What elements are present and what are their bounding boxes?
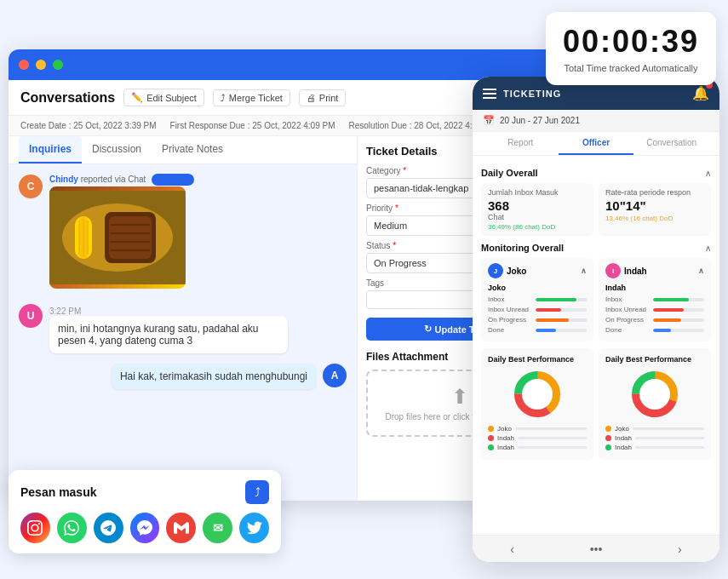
joko-unread-row: Inbox Unread	[488, 306, 587, 313]
window-maximize-dot[interactable]	[53, 60, 63, 70]
message-bar-header: Pesan masuk ⤴	[20, 480, 269, 504]
gmail-icon[interactable]	[166, 513, 196, 543]
mobile-bell-icon[interactable]: 🔔	[692, 85, 709, 101]
officer-header-joko: J Joko ∧	[488, 263, 587, 278]
indah-unread-row: Inbox Unread	[605, 306, 704, 313]
avatar: A	[323, 364, 347, 387]
chat-panel: Inquiries Discussion Private Notes C	[9, 136, 358, 501]
timer-display: 00:00:39	[563, 24, 699, 60]
avatar: C	[19, 175, 43, 198]
chat-messages: C Chindy reported via Chat Inquiries	[9, 164, 357, 501]
imessage-icon[interactable]: ✉	[203, 513, 232, 543]
mobile-bottom-bar: ‹ ••• ›	[473, 535, 719, 562]
joko-progress-row: On Progress	[488, 316, 587, 324]
inbox-sub: 36,49% (86 chat) DoD	[488, 223, 587, 231]
indah-done-row: Done	[605, 326, 704, 334]
inbox-label: Jumlah Inbox Masuk	[488, 188, 587, 197]
social-icons: ✉	[20, 513, 269, 543]
message-row: U 3:22 PM min, ini hotangnya kurang satu…	[19, 304, 347, 353]
message-content: Hai kak, terimakasih sudah menghubungi	[112, 364, 316, 389]
joko-done-row: Done	[488, 326, 587, 334]
sender-name: Chindy reported via Chat Inquiries	[49, 175, 194, 184]
message-content: Chindy reported via Chat Inquiries	[49, 175, 194, 294]
joko-name: Joko	[507, 267, 526, 276]
officer-card-indah: I Indah ∧ Indah Inbox Inbox Unread On	[599, 258, 711, 341]
window-close-dot[interactable]	[19, 60, 29, 70]
mobile-header-left: TICKETING	[483, 89, 561, 99]
hamburger-menu[interactable]	[483, 89, 496, 99]
joko-inbox-row: Inbox	[488, 295, 587, 303]
message-row: C Chindy reported via Chat Inquiries	[19, 175, 347, 294]
nav-left-icon[interactable]: ‹	[510, 542, 514, 556]
edit-subject-button[interactable]: ✏️ Edit Subject	[123, 89, 204, 106]
donut-indah	[605, 369, 704, 420]
monitoring-section: Monitoring Overall ∧ J Joko ∧ Joko Inbox	[481, 243, 711, 341]
tab-conversation[interactable]: Conversation	[633, 132, 709, 155]
message-bar-title: Pesan masuk	[20, 485, 97, 499]
message-bar: Pesan masuk ⤴ ✉	[9, 470, 281, 553]
print-icon: 🖨	[307, 93, 316, 103]
indah-inbox-row: Inbox	[605, 295, 704, 303]
monitoring-title: Monitoring Overall	[481, 243, 564, 253]
joko-label: Joko	[488, 284, 587, 292]
tab-officer[interactable]: Officer	[559, 132, 634, 155]
mobile-app-title: TICKETING	[503, 89, 561, 99]
perf-title-joko: Daily Best Performance	[488, 355, 587, 364]
officer-card-joko: J Joko ∧ Joko Inbox Inbox Unread On Pr	[481, 258, 593, 341]
svg-point-17	[522, 379, 553, 410]
inbox-value: 368	[488, 198, 587, 213]
tab-report[interactable]: Report	[483, 132, 559, 155]
message-bubble: min, ini hotangnya kurang satu, padahal …	[49, 316, 288, 353]
message-content: 3:22 PM min, ini hotangnya kurang satu, …	[49, 304, 288, 353]
message-bar-icon[interactable]: ⤴	[245, 480, 269, 504]
response-value: 10"14"	[605, 198, 704, 213]
officer-header-indah: I Indah ∧	[605, 263, 704, 278]
donut-joko	[488, 369, 587, 420]
refresh-icon: ↻	[424, 324, 432, 335]
instagram-icon[interactable]	[20, 513, 50, 543]
inquiries-badge: Inquiries	[152, 174, 194, 186]
print-button[interactable]: 🖨 Print	[299, 89, 347, 106]
monitoring-toggle[interactable]: ∧	[705, 244, 711, 253]
inbox-unit: Chat	[488, 213, 587, 221]
nav-right-icon[interactable]: ›	[678, 542, 682, 556]
stats-grid: Jumlah Inbox Masuk 368 Chat 36,49% (86 c…	[481, 183, 711, 236]
indah-name: Indah	[624, 267, 647, 276]
tab-discussion[interactable]: Discussion	[82, 136, 152, 163]
date-range: 20 Jun - 27 Jun 2021	[500, 116, 580, 125]
calendar-icon: 📅	[483, 115, 495, 126]
perf-title-indah: Daily Best Performance	[605, 355, 704, 364]
messenger-icon[interactable]	[130, 513, 160, 543]
window-minimize-dot[interactable]	[36, 60, 46, 70]
indah-label: Indah	[605, 284, 704, 292]
merge-ticket-button[interactable]: ⤴ Merge Ticket	[213, 89, 290, 106]
whatsapp-icon[interactable]	[57, 513, 87, 543]
browser-titlebar	[9, 49, 562, 80]
legend-indah: Joko Indah Indah	[605, 425, 704, 451]
tab-private-notes[interactable]: Private Notes	[152, 136, 233, 163]
indah-progress-row: On Progress	[605, 316, 704, 324]
mobile-tabs: Report Officer Conversation	[473, 132, 719, 156]
response-label: Rate-rata periode respon	[605, 188, 704, 197]
first-response: First Response Due : 25 Oct, 2022 4:09 P…	[170, 121, 335, 130]
inbox-stat-card: Jumlah Inbox Masuk 368 Chat 36,49% (86 c…	[481, 183, 593, 236]
joko-avatar: J	[488, 263, 503, 278]
perf-card-indah: Daily Best Performance Joko	[599, 348, 711, 460]
monitoring-header: Monitoring Overall ∧	[481, 243, 711, 253]
daily-overall-title: Daily Overall	[481, 168, 538, 178]
timer-label: Total Time tracked Automatically	[563, 63, 699, 73]
tab-inquiries[interactable]: Inquiries	[19, 136, 82, 163]
merge-icon: ⤴	[221, 93, 226, 103]
nav-dots-icon[interactable]: •••	[590, 542, 603, 556]
telegram-icon[interactable]	[94, 513, 123, 543]
svg-rect-8	[109, 216, 152, 259]
conversations-title: Conversations	[20, 90, 115, 106]
daily-overall-toggle[interactable]: ∧	[705, 169, 711, 178]
message-bubble-right: Hai kak, terimakasih sudah menghubungi	[112, 364, 316, 389]
perf-card-joko: Daily Best Performance Joko	[481, 348, 593, 460]
message-row: A Hai kak, terimakasih sudah menghubungi	[19, 364, 347, 389]
twitter-icon[interactable]	[239, 513, 269, 543]
timer-widget: 00:00:39 Total Time tracked Automaticall…	[546, 12, 716, 85]
svg-point-22	[639, 379, 670, 410]
performance-grid: Daily Best Performance Joko	[481, 348, 711, 460]
